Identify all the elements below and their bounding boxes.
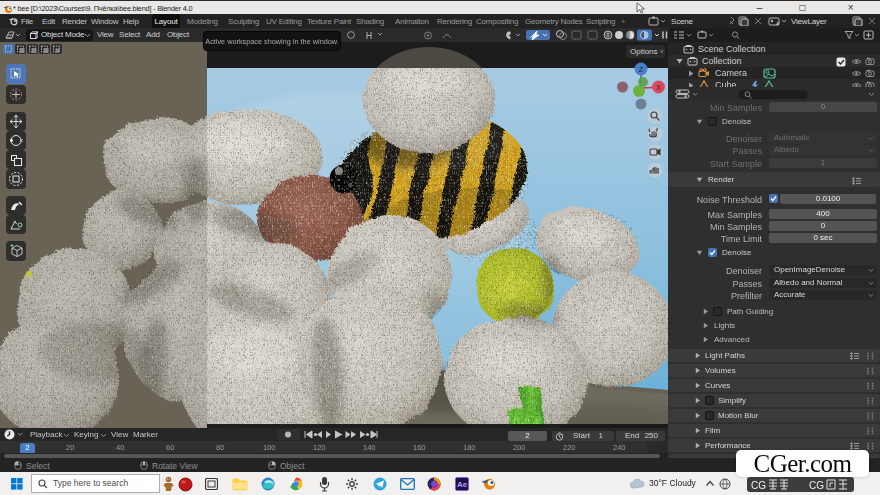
svg-text:CG: CG xyxy=(751,480,766,491)
svg-text:CG: CG xyxy=(809,480,824,491)
svg-text:Z: Z xyxy=(639,66,644,73)
svg-text:X: X xyxy=(656,84,661,91)
